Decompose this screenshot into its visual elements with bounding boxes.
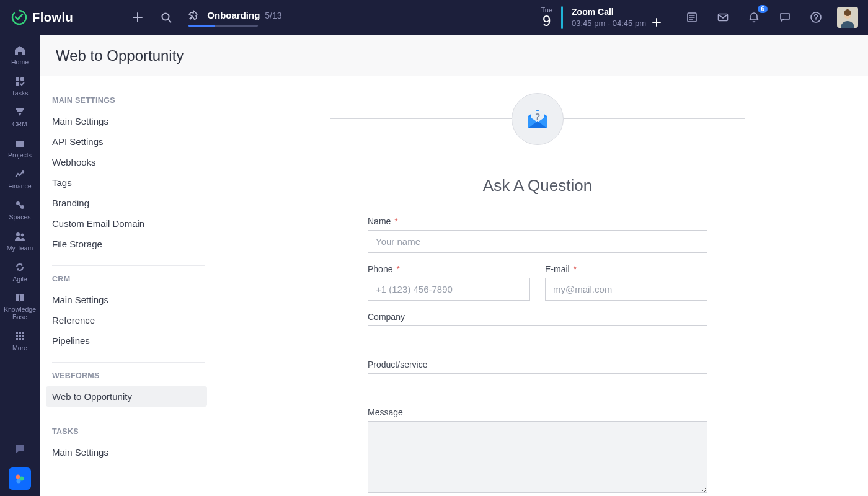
group-crm: CRM [52,275,207,283]
svg-rect-20 [19,335,21,337]
nav-finance-label: Finance [8,182,31,190]
search-button[interactable] [156,7,176,27]
settings-item-api-settings[interactable]: API Settings [52,131,207,152]
nav-myteam[interactable]: My Team [2,227,37,257]
settings-item-branding[interactable]: Branding [52,193,207,213]
nav-spaces-label: Spaces [9,213,30,221]
svg-point-25 [16,475,20,479]
notes-icon[interactable] [682,7,702,27]
nav-myteam-label: My Team [7,244,33,252]
notifications-button[interactable]: 6 [744,7,764,27]
input-phone[interactable] [368,278,530,301]
add-event-button[interactable] [652,18,661,29]
date-separator [561,6,563,29]
input-product[interactable] [368,373,707,396]
page-title: Web to Opportunity [56,47,852,64]
form-heading: Ask A Question [368,176,707,195]
nav-agile[interactable]: Agile [2,258,37,288]
input-name[interactable] [368,230,707,253]
nav-knowledge-base[interactable]: Knowledge Base [2,289,37,326]
svg-point-11 [22,172,24,174]
input-message[interactable] [368,421,707,493]
settings-item-main-settings[interactable]: Main Settings [52,111,207,131]
nav-projects-label: Projects [8,151,32,159]
user-avatar[interactable] [837,7,858,28]
svg-point-27 [17,479,21,484]
label-company: Company [368,312,707,322]
label-product: Product/service [368,360,707,370]
nav-crm[interactable]: CRM [2,103,37,133]
settings-item-web-to-opportunity[interactable]: Web to Opportunity [46,386,207,407]
nav-tasks-label: Tasks [12,89,29,97]
page-header: Web to Opportunity [40,35,868,76]
svg-rect-2 [719,14,728,21]
nav-agile-label: Agile [12,275,27,283]
group-separator [52,362,205,363]
settings-item-crm-main[interactable]: Main Settings [52,290,207,310]
topbar: Flowlu Onboarding 5/13 Tue 9 Zoom Call 0… [0,0,868,35]
logo[interactable]: Flowlu [11,9,73,25]
nav-home-label: Home [11,58,29,66]
nav-kb-label-1: Knowledge [4,306,36,313]
nav-spaces[interactable]: Spaces [2,196,37,226]
svg-rect-7 [16,77,19,81]
svg-rect-19 [16,335,18,337]
nav-more[interactable]: More [2,327,37,356]
settings-item-tasks-main[interactable]: Main Settings [52,442,207,463]
nav-tasks[interactable]: Tasks [2,72,37,102]
nav-crm-label: CRM [12,120,27,128]
svg-rect-8 [20,77,24,81]
onboarding-progress-bar [188,25,258,27]
svg-text:?: ? [535,112,541,122]
settings-sidebar: MAIN SETTINGS Main Settings API Settings… [40,76,207,496]
input-email[interactable] [545,278,707,301]
nav-projects[interactable]: Projects [2,134,37,164]
main-area: Web to Opportunity MAIN SETTINGS Main Se… [40,35,868,496]
form-badge-icon: ? [512,93,564,145]
pin-icon [188,9,202,22]
label-phone: Phone * [368,264,530,274]
nav-kb-label-2: Base [12,313,27,321]
form-preview: ? Ask A Question Name * Phone * [207,76,868,496]
chat-icon[interactable] [775,7,795,27]
svg-rect-10 [16,141,24,147]
settings-item-crm-reference[interactable]: Reference [52,310,207,330]
svg-point-15 [21,234,24,237]
svg-rect-21 [22,335,24,337]
help-icon[interactable] [806,7,826,27]
group-webforms: WEBFORMS [52,371,207,380]
svg-rect-17 [19,332,21,334]
onboarding-title: Onboarding [207,10,260,20]
nav-home[interactable]: Home [2,41,37,71]
notifications-badge: 6 [758,5,768,13]
input-company[interactable] [368,326,707,348]
settings-item-file-storage[interactable]: File Storage [52,234,207,254]
settings-item-webhooks[interactable]: Webhooks [52,152,207,172]
calendar-widget[interactable]: Tue 9 Zoom Call 03:45 pm - 04:45 pm [541,6,661,29]
label-email: E-mail * [545,264,707,274]
svg-point-14 [16,232,20,236]
onboarding-widget[interactable]: Onboarding 5/13 [188,9,281,27]
mail-icon[interactable] [713,7,733,27]
date-day: 9 [541,14,552,29]
svg-rect-16 [16,332,18,334]
svg-rect-9 [16,82,19,86]
logo-text: Flowlu [32,11,73,25]
logo-mark-icon [11,9,27,25]
nav-finance[interactable]: Finance [2,165,37,195]
group-tasks: TASKS [52,427,207,436]
settings-item-tags[interactable]: Tags [52,172,207,193]
settings-item-custom-email-domain[interactable]: Custom Email Domain [52,213,207,234]
label-name: Name * [368,216,707,226]
svg-rect-22 [16,338,18,340]
group-separator [52,418,205,418]
nav-more-label: More [12,344,27,352]
event-time: 03:45 pm - 04:45 pm [572,19,646,28]
add-button[interactable] [128,7,148,27]
onboarding-count: 5/13 [265,11,281,20]
nav-chat-bubble[interactable] [9,438,31,460]
nav-settings[interactable] [9,467,31,490]
group-separator [52,265,205,266]
svg-rect-18 [22,332,24,334]
settings-item-crm-pipelines[interactable]: Pipelines [52,330,207,351]
